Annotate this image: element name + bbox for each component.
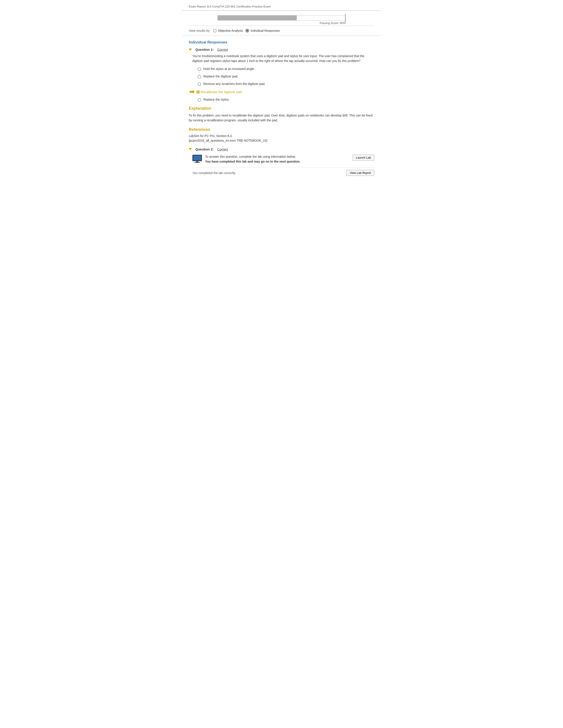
answer-text-b: Replace the digitizer pad.	[203, 75, 238, 78]
radio-circle-objective[interactable]	[213, 29, 216, 32]
lab-intro-normal: To answer this question, complete the la…	[205, 155, 296, 158]
page-title: Exam Report: B.6 CompTIA 220-901 Certifi…	[189, 5, 271, 8]
correct-arrow-icon	[190, 90, 194, 94]
view-results-label: View results by:	[189, 29, 210, 32]
answer-text-e: Replace the stylus.	[203, 98, 229, 101]
explanation-section: Explanation To fix this problem, you nee…	[189, 106, 374, 123]
question-1-status: Correct	[217, 48, 228, 51]
lab-intro-text: To answer this question, complete the la…	[205, 154, 350, 164]
page-header: Exam Report: B.6 CompTIA 220-901 Certifi…	[182, 0, 381, 11]
references-title: References	[189, 127, 374, 132]
lab-info-text: To answer this question, complete the la…	[205, 154, 350, 164]
progress-bar	[217, 15, 346, 21]
radio-objective[interactable]: Objective Analysis	[213, 29, 243, 32]
svg-marker-0	[190, 90, 194, 94]
answer-option-b: Replace the digitizer pad.	[197, 75, 374, 79]
monitor-icon	[192, 155, 202, 164]
radio-circle-individual[interactable]	[245, 29, 249, 32]
answer-text-c: Remove any scratches from the digitizer …	[203, 82, 265, 86]
triangle-down-icon	[189, 49, 192, 51]
svg-rect-4	[194, 162, 200, 163]
question-1-label: Question 1:	[195, 48, 214, 51]
lab-info-box: To answer this question, complete the la…	[192, 154, 374, 164]
question-2-label: Question 2:	[195, 147, 214, 151]
reference-line-1: LabSim for PC Pro, Section 8.4.	[189, 134, 374, 138]
answer-radio-d[interactable]	[196, 90, 200, 94]
passing-score-marker	[345, 14, 346, 23]
question-2-status: Correct	[217, 147, 228, 151]
answer-option-a: Hold the stylus at an increased angle.	[197, 67, 374, 71]
explanation-title: Explanation	[189, 106, 374, 111]
question-1-text: You're troubleshooting a notebook system…	[192, 54, 374, 64]
answer-text-d: Recalibrate the digitizer pad.	[201, 90, 242, 94]
lab-intro-bold: You have completed this lab and may go o…	[205, 160, 300, 163]
references-text: LabSim for PC Pro, Section 8.4. [pcpro20…	[189, 134, 374, 143]
progress-wrap: Passing Score: 95%	[189, 15, 374, 25]
question-1-toggle[interactable]	[189, 49, 192, 51]
question-2-body: To answer this question, complete the la…	[192, 154, 374, 176]
completed-row: You completed the lab correctly. View La…	[192, 167, 374, 176]
answer-option-c: Remove any scratches from the digitizer …	[197, 82, 374, 86]
question-1-header: Question 1: Correct	[189, 48, 374, 51]
completed-text: You completed the lab correctly.	[192, 171, 236, 175]
answer-options-q1: Hold the stylus at an increased angle. R…	[197, 67, 374, 102]
view-lab-report-button[interactable]: View Lab Report	[347, 170, 374, 176]
explanation-text: To fix this problem, you need to recalib…	[189, 113, 374, 123]
answer-option-e: Replace the stylus.	[197, 98, 374, 102]
score-section: Passing Score: 95%	[182, 11, 381, 25]
passing-score-label: Passing Score: 95%	[217, 21, 346, 25]
references-section: References LabSim for PC Pro, Section 8.…	[189, 127, 374, 143]
radio-label-objective: Objective Analysis	[218, 29, 243, 32]
radio-label-individual: Individual Responses	[250, 29, 280, 32]
answer-text-a: Hold the stylus at an increased angle.	[203, 67, 255, 71]
individual-responses-title: Individual Responses	[189, 40, 374, 45]
view-results-section: View results by: Objective Analysis Indi…	[182, 26, 381, 36]
answer-radio-b[interactable]	[197, 75, 201, 79]
answer-radio-c[interactable]	[197, 83, 201, 86]
question-2-section: Question 2: Correct To answer this quest…	[189, 147, 374, 176]
triangle-down-icon-q2	[189, 148, 192, 150]
launch-lab-button[interactable]: Launch Lab	[353, 155, 374, 161]
main-content: Individual Responses Question 1: Correct…	[182, 36, 381, 180]
svg-rect-2	[193, 156, 201, 160]
answer-radio-e[interactable]	[197, 98, 201, 102]
answer-radio-a[interactable]	[197, 68, 201, 71]
question-2-toggle[interactable]	[189, 148, 192, 150]
radio-individual[interactable]: Individual Responses	[245, 29, 280, 32]
svg-rect-3	[196, 161, 198, 162]
reference-line-2: [pcpro2016_all_questions_en.exm TRB NOTE…	[189, 138, 374, 143]
question-2-header: Question 2: Correct	[189, 147, 374, 151]
answer-option-d-row: Recalibrate the digitizer pad.	[190, 90, 374, 94]
progress-bar-fill	[218, 15, 297, 20]
